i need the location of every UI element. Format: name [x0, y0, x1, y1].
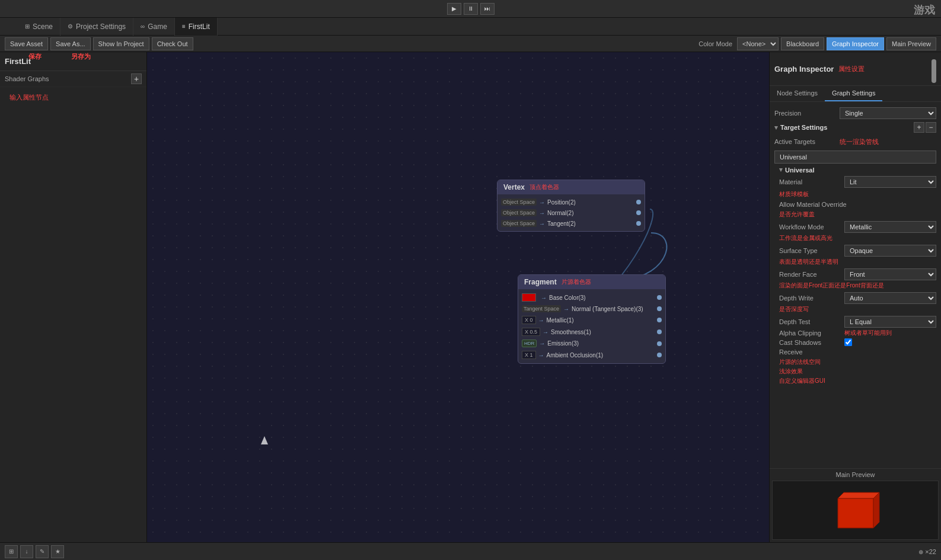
- vertex-node-title: Vertex: [503, 183, 525, 191]
- fragment-metallic-value[interactable]: X 0: [522, 316, 536, 324]
- blackboard-button[interactable]: Blackboard: [781, 37, 824, 50]
- workflow-annotation: 工作流是金属或高光: [779, 234, 936, 242]
- play-button[interactable]: ▶: [447, 3, 461, 15]
- main-preview-button[interactable]: Main Preview: [886, 37, 936, 50]
- tab-firstlit[interactable]: ≡ FirstLit: [175, 18, 218, 36]
- inspector-scroll-container: Precision Single Target Settings + −: [770, 102, 941, 468]
- universal-section-header: Universal: [779, 166, 936, 174]
- scene-icon: ⊞: [25, 23, 30, 30]
- vertex-node-header: Vertex 顶点着色器: [497, 180, 645, 194]
- add-target-button[interactable]: +: [914, 122, 924, 133]
- shader-graph-canvas[interactable]: Vertex 顶点着色器 Object Space → Position(2) …: [147, 52, 769, 542]
- tab-scene[interactable]: ⊞ Scene: [18, 18, 60, 36]
- top-bar: ▶ ⏸ ⏭ 游戏: [0, 0, 941, 18]
- fragment-smoothness-value[interactable]: X 0.5: [522, 328, 540, 336]
- allow-material-row: Allow Material Override: [779, 201, 936, 208]
- svg-marker-0: [838, 498, 873, 528]
- bottom-button-3[interactable]: ✎: [36, 545, 49, 558]
- vertex-port-arrow-2: →: [539, 220, 545, 227]
- settings-icon: ⚙: [68, 23, 73, 30]
- target-settings-header: Target Settings + −: [774, 122, 936, 133]
- material-row: Material Lit: [779, 176, 936, 188]
- fragment-port-arrow-2: →: [538, 317, 544, 324]
- pause-button[interactable]: ⏸: [464, 3, 478, 15]
- depth-write-dropdown[interactable]: Auto: [844, 292, 936, 304]
- zoom-icon: ⊕: [918, 549, 923, 555]
- vertex-port-position: Object Space → Position(2): [497, 197, 645, 207]
- base-color-swatch[interactable]: [522, 293, 536, 302]
- material-annotation: 材质球模板: [779, 190, 936, 199]
- shader-graphs-label: Shader Graphs: [5, 75, 49, 82]
- game-icon: ∞: [141, 23, 145, 30]
- workflow-dropdown[interactable]: Metallic: [844, 221, 936, 233]
- vertex-port-arrow-1: →: [539, 210, 545, 216]
- tab-game[interactable]: ∞ Game: [133, 18, 175, 36]
- show-in-project-button[interactable]: Show In Project: [93, 37, 149, 50]
- check-out-button[interactable]: Check Out: [152, 37, 193, 50]
- cast-shadows-label: Cast Shadows: [779, 339, 844, 346]
- material-dropdown[interactable]: Lit: [844, 176, 936, 188]
- svg-marker-2: [873, 492, 879, 528]
- fragment-node-subtitle: 片源着色器: [562, 278, 591, 286]
- precision-dropdown[interactable]: Single: [840, 107, 936, 119]
- allow-material-label: Allow Material Override: [779, 201, 847, 208]
- tab-bar: ⊞ Scene ⚙ Project Settings ∞ Game ≡ Firs…: [0, 18, 941, 36]
- active-targets-annotation: 统一渲染管线: [840, 137, 879, 146]
- left-panel: FirstLit Shader Graphs + 输入属性节点: [0, 52, 147, 542]
- zoom-level: ⊕ ×22: [918, 548, 936, 555]
- cast-shadows-checkbox[interactable]: [844, 338, 852, 346]
- depth-write-label: Depth Write: [779, 295, 844, 302]
- shader-graphs-section: Shader Graphs +: [0, 71, 146, 87]
- fragment-ao-value[interactable]: X 1: [522, 351, 536, 359]
- tab-graph-settings[interactable]: Graph Settings: [825, 86, 882, 101]
- fragment-port-metallic: X 0 → Metallic(1): [518, 314, 665, 326]
- cursor-indicator: [261, 436, 268, 447]
- depth-write-row: Depth Write Auto: [779, 292, 936, 304]
- tab-project-settings[interactable]: ⚙ Project Settings: [60, 18, 133, 36]
- left-panel-title: FirstLit: [5, 57, 31, 66]
- fragment-port-ao: X 1 → Ambient Occlusion(1): [518, 349, 665, 361]
- toolbar: Save Asset Save As... Show In Project Ch…: [0, 36, 941, 52]
- render-face-dropdown[interactable]: Front: [844, 268, 936, 280]
- bottom-button-4[interactable]: ★: [51, 545, 64, 558]
- save-asset-button[interactable]: Save Asset: [5, 37, 48, 50]
- graph-inspector-button[interactable]: Graph Inspector: [827, 37, 884, 50]
- fragment-node-title: Fragment: [524, 278, 557, 286]
- fragment-port-normal: Tangent Space → Normal (Tangent Space)(3…: [518, 303, 665, 314]
- bottom-button-1[interactable]: ⊞: [5, 545, 18, 558]
- precision-row: Precision Single: [774, 107, 936, 120]
- vertex-port-dot-0: [636, 200, 641, 204]
- save-as-button[interactable]: Save As...: [50, 37, 91, 50]
- fragment-port-arrow-0: →: [541, 295, 547, 301]
- graph-inspector-title: Graph Inspector: [774, 65, 834, 73]
- surface-dropdown[interactable]: Opaque: [844, 245, 936, 257]
- remove-target-button[interactable]: −: [926, 122, 936, 133]
- fragment-port-dot-0: [657, 295, 662, 300]
- color-mode-select[interactable]: <None>: [737, 37, 779, 50]
- tab-node-settings[interactable]: Node Settings: [770, 86, 825, 101]
- depth-test-dropdown[interactable]: L Equal: [844, 316, 936, 328]
- vertex-port-dot-1: [636, 210, 641, 215]
- tab-firstlit-label: FirstLit: [189, 23, 210, 31]
- zoom-value: ×22: [925, 548, 936, 555]
- render-face-row: Render Face Front: [779, 268, 936, 280]
- fragment-port-basecolor: → Base Color(3): [518, 292, 665, 303]
- alpha-clipping-label: Alpha Clipping: [779, 329, 844, 337]
- fragment-port-label-1: Tangent Space: [522, 305, 561, 312]
- vertex-port-name-0: Position(2): [547, 199, 576, 206]
- vertex-port-name-2: Tangent(2): [547, 220, 576, 227]
- add-shader-graph-button[interactable]: +: [131, 73, 142, 84]
- tab-scene-label: Scene: [33, 23, 53, 31]
- right-panel-header: Graph Inspector 属性设置: [770, 52, 941, 86]
- bottom-button-2[interactable]: ↓: [20, 545, 33, 558]
- fragment-port-name-2: Metallic(1): [547, 317, 574, 324]
- active-targets-container: Active Targets 统一渲染管线 Universal: [774, 135, 936, 164]
- vertex-port-label-1: Object Space: [501, 209, 537, 216]
- fragment-port-dot-1: [657, 306, 662, 311]
- step-button[interactable]: ⏭: [480, 3, 495, 15]
- preview-cube-svg: [826, 481, 885, 540]
- allow-material-annotation: 是否允许覆盖: [779, 210, 936, 219]
- fragment-port-emission: HDR → Emission(3): [518, 338, 665, 349]
- vertex-node-body: Object Space → Position(2) Object Space …: [497, 194, 645, 231]
- right-panel: Graph Inspector 属性设置 Node Settings Graph…: [769, 52, 941, 542]
